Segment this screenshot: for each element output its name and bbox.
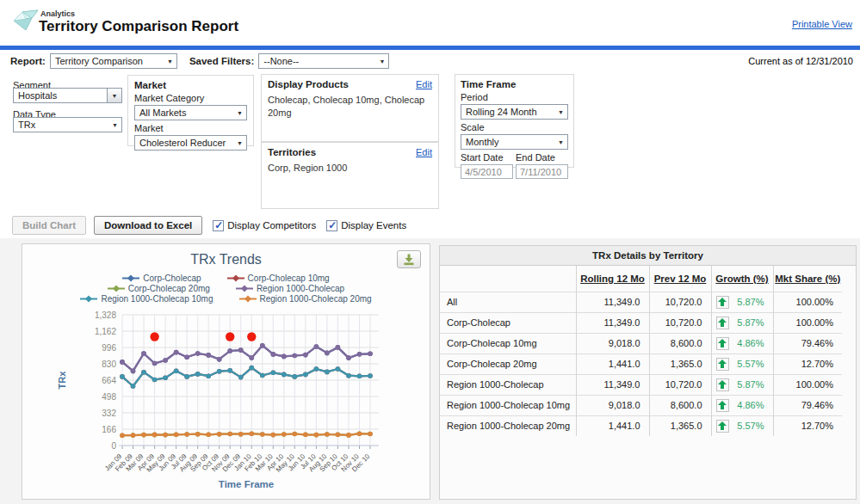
display-competitors-checkbox[interactable] [213,220,224,231]
chart-download-button[interactable] [397,250,421,268]
scale-label: Scale [461,122,568,132]
combo-dropdown-button[interactable]: ▼ [107,88,122,103]
series-line-4 [122,368,370,386]
series-line-3 [122,346,370,372]
segment-combobox[interactable]: Hospitals ▼ [13,88,122,103]
saved-filters-select[interactable]: --None-- ▼ [258,53,389,69]
col-header-rolling: Rolling 12 Mo [576,266,649,292]
end-date-label: End Date [516,152,555,163]
mkt-share-value: 12.70% [773,415,842,436]
dropdown-arrow-icon: ▼ [558,139,564,146]
start-date-input[interactable]: 4/5/2010 [461,164,513,179]
event-marker [150,332,158,341]
growth-up-icon [716,296,729,309]
mkt-share-value: 100.00% [773,374,842,395]
growth-up-icon [716,337,729,350]
scale-select[interactable]: Monthly ▼ [461,134,568,150]
table-row: Corp-Cholecap 10mg9,018.08,600.04.86%79.… [440,333,842,353]
legend-item[interactable]: Region 1000-Cholecap [236,284,344,293]
svg-text:332: 332 [102,409,116,418]
dropdown-arrow-icon: ▼ [237,110,243,117]
mkt-share-value: 79.46% [773,395,842,415]
rolling-12mo-value: 9,018.0 [576,333,649,353]
svg-text:1,162: 1,162 [95,327,116,336]
growth-up-icon [716,420,729,433]
display-products-value: Cholecap, Cholecap 10mg, Cholecap 20mg [268,94,432,120]
rolling-12mo-value: 1,441.0 [576,353,649,374]
legend-item[interactable]: Corp-Cholecap 20mg [108,284,210,293]
dropdown-arrow-icon: ▼ [558,109,564,116]
dropdown-arrow-icon: ▼ [167,58,173,65]
territory-label: Region 1000-Cholecap 10mg [440,395,576,415]
territories-value: Corp, Region 1000 [268,162,432,175]
edit-territories-link[interactable]: Edit [416,147,432,157]
mkt-share-value: 100.00% [773,292,842,312]
report-toolbar: Report: Territory Comparison ▼ Saved Fil… [0,50,860,72]
end-date-input[interactable]: 7/11/2010 [516,164,568,179]
legend-item[interactable]: Corp-Cholecap 10mg [227,274,330,283]
time-frame-panel: Time Frame Period Rolling 24 Month ▼ Sca… [455,74,574,168]
table-row: All11,349.010,720.05.87%100.00% [440,292,842,312]
analytics-gem-logo-icon [11,7,40,34]
legend-marker-icon [122,274,139,282]
rolling-12mo-value: 9,018.0 [576,395,649,415]
build-chart-button[interactable]: Build Chart [12,216,86,235]
display-competitors-label: Display Competitors [227,220,316,230]
prev-12mo-value: 8,600.0 [649,395,711,415]
legend-marker-icon [227,274,244,282]
svg-text:TRx: TRx [57,371,67,390]
row-label-header [440,266,576,292]
svg-text:830: 830 [102,360,116,369]
prev-12mo-value: 10,720.0 [649,292,711,312]
table-header-row: Rolling 12 Mo Prev 12 Mo Growth (%) Mkt … [440,266,842,292]
mkt-share-value: 100.00% [773,312,842,333]
data-type-select[interactable]: TRx ▼ [13,117,122,132]
actions-row: Build Chart Download to Excel Display Co… [12,216,406,235]
territory-label: Corp-Cholecap 10mg [440,333,576,353]
table-row: Corp-Cholecap 20mg1,441.01,365.05.57%12.… [440,353,842,374]
page-title: Territory Comparison Report [39,18,238,35]
mkt-share-value: 79.46% [773,333,842,353]
svg-text:166: 166 [102,425,116,434]
svg-text:Time Frame: Time Frame [219,479,274,489]
edit-products-link[interactable]: Edit [416,79,432,89]
chart-legend: Corp-CholecapCorp-Cholecap 10mgCorp-Chol… [22,274,430,304]
market-select[interactable]: Cholesterol Reducer ▼ [134,135,247,151]
event-marker [226,332,234,341]
territories-title: Territories [268,147,316,157]
legend-item[interactable]: Corp-Cholecap [122,274,201,283]
growth-up-icon [716,358,729,371]
market-label: Market [134,123,247,133]
growth-value-cell: 4.86% [711,333,773,353]
report-select[interactable]: Territory Comparison ▼ [50,53,177,69]
territory-label: Region 1000-Cholecap [440,374,576,395]
display-events-label: Display Events [341,220,406,230]
download-to-excel-button[interactable]: Download to Excel [94,216,202,235]
rolling-12mo-value: 11,349.0 [576,374,649,395]
download-icon [402,254,416,266]
col-header-prev: Prev 12 Mo [649,266,711,292]
chart-title: TRx Trends [22,252,430,267]
display-events-checkbox[interactable] [326,220,337,231]
current-as-of-text: Current as of 12/31/2010 [748,56,853,66]
market-category-select[interactable]: All Markets ▼ [134,105,247,120]
dropdown-arrow-icon: ▼ [379,58,385,65]
svg-text:996: 996 [102,343,116,353]
period-select[interactable]: Rolling 24 Month ▼ [461,104,568,120]
territory-label: Corp-Cholecap 20mg [440,353,576,374]
prev-12mo-value: 1,365.0 [649,353,711,374]
trend-chart-svg: 01663324986648309961,1621,328Jan 09Feb 0… [24,303,430,497]
start-date-label: Start Date [461,152,516,163]
market-panel: Market Market Category All Markets ▼ Mar… [127,75,254,146]
market-category-label: Market Category [134,93,247,103]
legend-marker-icon [236,285,253,292]
growth-value-cell: 5.87% [711,374,773,395]
trx-trends-chart-panel: TRx Trends Corp-CholecapCorp-Cholecap 10… [22,243,430,500]
market-panel-title: Market [134,80,247,90]
printable-view-link[interactable]: Printable View [792,19,852,29]
growth-value-cell: 5.87% [711,312,773,333]
rolling-12mo-value: 11,349.0 [576,292,649,312]
event-marker [247,332,256,341]
dropdown-arrow-icon: ▼ [237,140,243,147]
dropdown-arrow-icon: ▼ [112,93,118,99]
